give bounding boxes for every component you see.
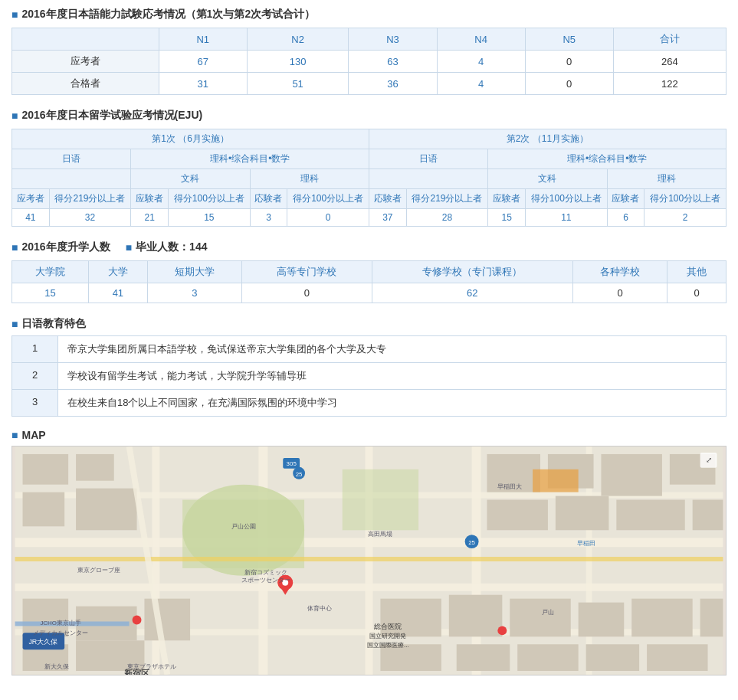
eju-val-4: 3 <box>250 209 287 227</box>
eju-first-period: 第1次 （6月实施） <box>12 129 369 149</box>
eju-science-1: 理科•综合科目•数学 <box>131 149 369 169</box>
eju-sub-h8: 应験者 <box>488 189 526 209</box>
eju-val-9: 11 <box>525 209 607 227</box>
svg-rect-29 <box>449 595 503 637</box>
eju-sub-h7: 得分219分以上者 <box>406 189 488 209</box>
jlpt-n4-passed: 4 <box>437 73 525 95</box>
feature-text-2: 学校设有留学生考试，能力考试，大学院升学等辅导班 <box>58 363 726 389</box>
svg-text:早稲田: 早稲田 <box>577 540 595 547</box>
jlpt-n5-passed: 0 <box>525 73 613 95</box>
svg-rect-24 <box>693 500 723 531</box>
graduation-title-bar: 2016年度升学人数 毕业人数：144 <box>11 240 727 254</box>
eju-val-5: 0 <box>287 209 369 227</box>
svg-text:305: 305 <box>287 460 297 467</box>
eju-rikei-1: 理科 <box>250 169 369 189</box>
feature-text-3: 在校生来自18个以上不同国家，在充满国际氛围的环境中学习 <box>58 390 726 416</box>
eju-val-3: 15 <box>168 209 250 227</box>
svg-rect-21 <box>487 500 547 531</box>
svg-rect-22 <box>556 496 609 531</box>
grad-col-kakushu: 各种学校 <box>573 261 667 283</box>
jlpt-row-applicants: 应考者 67 130 63 4 0 264 <box>12 51 727 73</box>
eju-val-1: 32 <box>49 209 131 227</box>
svg-rect-37 <box>457 644 510 671</box>
eju-val-6: 37 <box>369 209 406 227</box>
graduation-table: 大学院 大学 短期大学 高等专门学校 专修学校（专门课程） 各种学校 其他 15… <box>11 260 727 303</box>
eju-bunkei-1: 文科 <box>131 169 250 189</box>
map-container[interactable]: JR大久保 戸山公園 高田馬場 早稲田大 早稲田 JCHO東京山手 メディカルセ… <box>11 446 727 675</box>
svg-text:新宿コズミック: 新宿コズミック <box>244 569 287 576</box>
svg-text:東京グローブ座: 東京グローブ座 <box>77 567 120 574</box>
jlpt-table: N1 N2 N3 N4 N5 合计 应考者 67 130 63 4 0 264 <box>11 28 727 95</box>
svg-text:国立国際医療...: 国立国際医療... <box>367 642 409 649</box>
grad-val-3: 0 <box>241 283 372 303</box>
jlpt-title: 2016年度日本語能力試験応考情况（第1次与第2次考试合计） <box>11 8 727 21</box>
feature-num-2: 2 <box>12 363 58 389</box>
features-title: 日语教育特色 <box>11 317 727 331</box>
svg-rect-32 <box>631 599 692 637</box>
svg-rect-15 <box>23 492 65 527</box>
feature-row-2: 2 学校设有留学生考试，能力考试，大学院升学等辅导班 <box>12 363 726 390</box>
features-section: 日语教育特色 1 帝京大学集团所属日本語学校，免试保送帝京大学集团的各个大学及大… <box>11 317 727 417</box>
svg-text:総合医院: 総合医院 <box>373 623 402 630</box>
svg-text:体育中心: 体育中心 <box>307 605 332 612</box>
svg-text:戸山: 戸山 <box>542 609 554 616</box>
svg-text:25: 25 <box>296 471 303 478</box>
svg-point-75 <box>497 626 507 635</box>
svg-rect-16 <box>76 489 136 531</box>
eju-sub-h0: 应考者 <box>12 189 50 209</box>
svg-rect-30 <box>510 599 570 637</box>
eju-second-period: 第2次 （11月实施） <box>369 129 726 149</box>
eju-space-1 <box>12 169 131 189</box>
jlpt-n3-passed: 36 <box>349 73 437 95</box>
grad-col-koto: 高等专门学校 <box>241 261 372 283</box>
svg-rect-28 <box>380 599 441 637</box>
svg-text:早稲田大: 早稲田大 <box>497 483 522 490</box>
features-list: 1 帝京大学集团所属日本語学校，免试保送帝京大学集团的各个大学及大专 2 学校设… <box>11 335 727 417</box>
eju-sub-h2: 应験者 <box>131 189 169 209</box>
eju-sub-h4: 応験者 <box>250 189 287 209</box>
eju-val-8: 15 <box>488 209 526 227</box>
svg-text:戸山公園: 戸山公園 <box>231 523 256 530</box>
svg-rect-31 <box>579 603 625 637</box>
grad-col-daigaku: 大学 <box>88 261 147 283</box>
jlpt-row-passed: 合格者 31 51 36 4 0 122 <box>12 73 727 95</box>
svg-rect-38 <box>517 644 578 671</box>
svg-rect-23 <box>616 500 684 531</box>
grad-val-0: 15 <box>12 283 89 303</box>
svg-text:新大久保: 新大久保 <box>44 663 69 670</box>
svg-rect-39 <box>586 644 640 671</box>
grad-val-5: 0 <box>573 283 667 303</box>
svg-point-74 <box>133 616 142 625</box>
grad-val-4: 62 <box>372 283 572 303</box>
jlpt-n3-applicants: 63 <box>349 51 437 73</box>
grad-val-1: 41 <box>88 283 147 303</box>
jlpt-n2-passed: 51 <box>247 73 349 95</box>
svg-rect-14 <box>76 454 114 481</box>
jlpt-col-empty <box>12 28 159 51</box>
svg-text:JR大久保: JR大久保 <box>28 638 57 646</box>
feature-num-1: 1 <box>12 336 58 362</box>
svg-text:JCHO東京山手: JCHO東京山手 <box>40 620 81 626</box>
eju-section: 2016年度日本留学试验应考情况(EJU) 第1次 （6月实施） 第2次 （11… <box>11 109 727 227</box>
jlpt-n2-applicants: 130 <box>247 51 349 73</box>
eju-sub-h3: 得分100分以上者 <box>168 189 250 209</box>
jlpt-label-passed: 合格者 <box>12 73 159 95</box>
eju-val-2: 21 <box>131 209 169 227</box>
eju-sub-h10: 应験者 <box>607 189 645 209</box>
eju-sub-h1: 得分219分以上者 <box>49 189 131 209</box>
eju-sub-h11: 得分100分以上者 <box>645 189 727 209</box>
eju-val-11: 2 <box>645 209 727 227</box>
eju-bunkei-2: 文科 <box>488 169 607 189</box>
svg-text:25: 25 <box>468 539 475 546</box>
map-title: MAP <box>11 429 727 441</box>
svg-rect-12 <box>343 469 418 530</box>
jlpt-col-n4: N4 <box>437 28 525 51</box>
svg-rect-27 <box>144 599 190 641</box>
grad-col-other: 其他 <box>667 261 727 283</box>
eju-val-0: 41 <box>12 209 50 227</box>
map-section: MAP <box>11 429 727 675</box>
jlpt-col-n2: N2 <box>247 28 349 51</box>
svg-text:メディカルセンター: メディカルセンター <box>33 630 88 636</box>
eju-science-2: 理科•综合科目•数学 <box>488 149 727 169</box>
feature-row-1: 1 帝京大学集团所属日本語学校，免试保送帝京大学集团的各个大学及大专 <box>12 336 726 363</box>
